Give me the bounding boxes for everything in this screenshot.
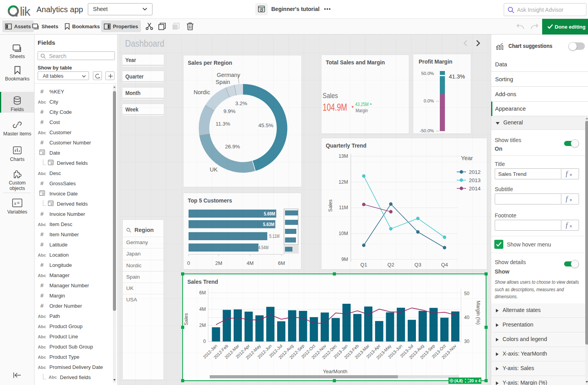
svg-text:Germany: Germany — [217, 72, 240, 78]
svg-text:2014: 2014 — [469, 186, 481, 192]
svg-text:Q1: Q1 — [360, 262, 367, 268]
svg-text:UK: UK — [210, 166, 218, 173]
svg-text:2012: 2012 — [469, 169, 481, 175]
svg-text:lik: lik — [20, 4, 31, 18]
svg-text:2013: 2013 — [469, 177, 481, 183]
svg-text:4.54M: 4.54M — [258, 245, 269, 250]
svg-text:6M: 6M — [278, 260, 285, 266]
svg-text:9.9%: 9.9% — [223, 108, 236, 114]
svg-text:12M: 12M — [339, 179, 348, 185]
svg-text:5.69M: 5.69M — [264, 211, 275, 217]
svg-text:f: f — [566, 222, 569, 229]
svg-text:9M: 9M — [341, 257, 348, 262]
svg-text:2M: 2M — [215, 260, 222, 266]
svg-text:Q4: Q4 — [441, 262, 448, 268]
svg-text:3.2%: 3.2% — [235, 100, 247, 106]
svg-text:=: = — [17, 201, 20, 205]
svg-text:41.3%: 41.3% — [449, 73, 465, 80]
svg-text:Spain: Spain — [216, 79, 230, 85]
svg-text:4M: 4M — [247, 260, 254, 266]
svg-text:5.63M: 5.63M — [263, 222, 274, 227]
svg-text:Year: Year — [461, 155, 473, 161]
svg-text:50.0%: 50.0% — [421, 71, 434, 76]
svg-text:×: × — [570, 197, 572, 203]
svg-text:0: 0 — [187, 260, 190, 266]
svg-text:10M: 10M — [339, 231, 348, 236]
svg-text:26.9%: 26.9% — [225, 144, 240, 150]
svg-text:-50.0%: -50.0% — [420, 128, 434, 133]
svg-text:45.5%: 45.5% — [258, 122, 273, 128]
svg-text:11M: 11M — [339, 205, 348, 210]
svg-text:Sales: Sales — [328, 199, 333, 212]
svg-text:11.3%: 11.3% — [216, 121, 230, 127]
svg-text:Q2: Q2 — [387, 262, 394, 268]
svg-text:×: × — [570, 224, 572, 229]
svg-text:f: f — [566, 171, 569, 177]
svg-text:5.11M: 5.11M — [269, 234, 279, 239]
svg-text:×: × — [570, 172, 572, 177]
svg-text:Q3: Q3 — [414, 262, 421, 268]
svg-text:f: f — [566, 196, 569, 203]
svg-text:0.0%: 0.0% — [424, 99, 434, 103]
svg-text:13M: 13M — [339, 153, 348, 159]
svg-text:Nordic: Nordic — [194, 89, 210, 95]
svg-text:x: x — [14, 201, 16, 206]
